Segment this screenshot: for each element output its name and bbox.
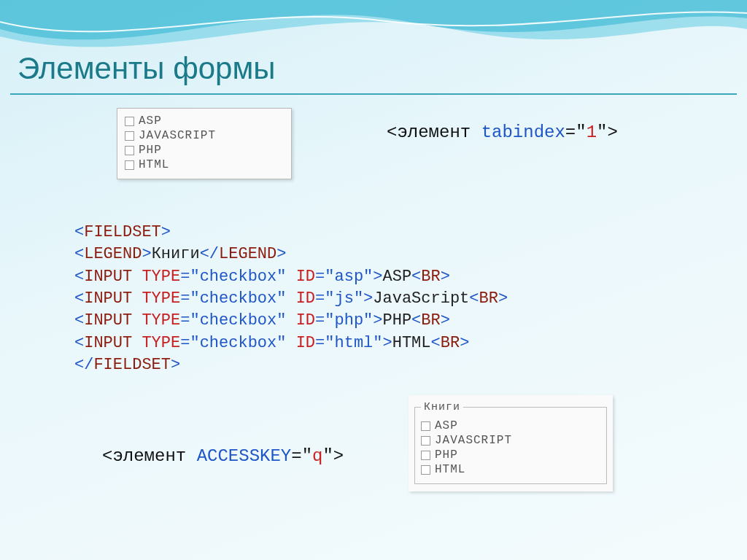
code-punct: =" xyxy=(180,334,199,352)
code-line: <INPUT TYPE="checkbox" ID="html">HTML<BR… xyxy=(74,332,508,354)
list-item: ASP xyxy=(421,419,600,432)
list-item-label: HTML xyxy=(139,158,169,171)
code-value: php xyxy=(334,311,363,330)
code-text: =" xyxy=(565,122,587,142)
code-punct: " xyxy=(276,311,295,330)
code-tag: INPUT xyxy=(84,289,132,308)
code-punct: "> xyxy=(363,268,382,286)
code-text: <элемент xyxy=(102,446,197,466)
code-tag: BR xyxy=(441,334,460,352)
fieldset-legend: Книги xyxy=(421,401,463,413)
code-punct: " xyxy=(276,289,295,308)
code-text: <элемент xyxy=(387,122,481,142)
code-text: "> xyxy=(597,122,618,142)
code-punct: =" xyxy=(315,311,334,330)
code-punct: " xyxy=(276,334,295,352)
code-punct: > xyxy=(441,268,450,286)
code-line: <INPUT TYPE="checkbox" ID="asp">ASP<BR> xyxy=(74,266,508,288)
list-item-label: ASP xyxy=(435,419,458,432)
list-item: JAVASCRIPT xyxy=(421,434,600,447)
list-item-label: HTML xyxy=(435,463,465,476)
code-punct: < xyxy=(469,289,479,308)
code-punct: < xyxy=(74,223,84,241)
code-punct: </ xyxy=(200,245,219,263)
code-value: checkbox xyxy=(200,334,277,352)
slide: Элементы формы ASP JAVASCRIPT PHP HTML <… xyxy=(0,0,747,560)
code-attr: ACCESSKEY xyxy=(197,446,292,466)
code-punct: =" xyxy=(315,334,334,352)
list-item-label: PHP xyxy=(139,144,162,157)
code-punct: < xyxy=(74,334,84,352)
code-tag: FIELDSET xyxy=(84,223,161,241)
code-punct: > xyxy=(276,245,286,263)
code-attr: tabindex xyxy=(481,122,565,142)
code-punct: > xyxy=(441,311,450,330)
code-punct: "> xyxy=(373,334,392,352)
code-tag: BR xyxy=(479,289,498,308)
code-value: checkbox xyxy=(200,311,277,330)
code-punct: > xyxy=(498,289,508,308)
code-tag: INPUT xyxy=(84,268,132,286)
code-text: PHP xyxy=(383,311,412,330)
code-punct: < xyxy=(74,289,84,308)
code-punct: > xyxy=(460,334,469,352)
title-underline xyxy=(10,93,737,95)
code-punct: =" xyxy=(315,268,334,286)
fieldset-code-block: <FIELDSET> <LEGEND>Книги</LEGEND> <INPUT… xyxy=(74,222,508,377)
code-value: checkbox xyxy=(200,289,277,308)
code-space xyxy=(132,311,142,330)
list-item-label: JAVASCRIPT xyxy=(139,129,216,142)
code-tag: LEGEND xyxy=(219,245,276,263)
checkbox-icon xyxy=(125,160,134,170)
code-attr: ID xyxy=(296,311,315,330)
list-item-label: JAVASCRIPT xyxy=(435,434,512,447)
checkbox-list-box: ASP JAVASCRIPT PHP HTML xyxy=(117,108,292,179)
code-punct: "> xyxy=(354,289,373,308)
code-punct: < xyxy=(74,311,84,330)
fieldset: Книги ASP JAVASCRIPT PHP HTML xyxy=(414,401,607,484)
code-value: js xyxy=(334,289,353,308)
code-line: <LEGEND>Книги</LEGEND> xyxy=(74,244,508,265)
list-item-label: ASP xyxy=(139,114,162,128)
code-tag: LEGEND xyxy=(84,245,142,263)
checkbox-icon xyxy=(421,465,430,475)
list-item: JAVASCRIPT xyxy=(125,129,284,142)
code-value: asp xyxy=(334,268,363,286)
code-tag: BR xyxy=(421,268,440,286)
checkbox-icon xyxy=(125,146,134,155)
checkbox-icon xyxy=(421,436,430,446)
code-space xyxy=(132,334,142,352)
code-punct: =" xyxy=(315,289,334,308)
code-punct: > xyxy=(171,356,180,374)
code-line: <INPUT TYPE="checkbox" ID="js">JavaScrip… xyxy=(74,288,508,310)
code-space xyxy=(132,289,142,308)
code-text: JavaScript xyxy=(373,289,469,308)
code-tag: BR xyxy=(421,311,440,330)
code-text: "> xyxy=(322,446,344,466)
code-punct: < xyxy=(74,268,84,286)
code-attr: TYPE xyxy=(142,334,180,352)
code-punct: < xyxy=(431,334,441,352)
code-value: 1 xyxy=(587,122,597,142)
code-punct: =" xyxy=(180,311,199,330)
fieldset-render-box: Книги ASP JAVASCRIPT PHP HTML xyxy=(409,395,613,491)
tabindex-code: <элемент tabindex="1"> xyxy=(387,122,618,142)
list-item: PHP xyxy=(125,144,284,157)
code-punct: "> xyxy=(363,311,382,330)
code-text: =" xyxy=(291,446,312,466)
code-punct: =" xyxy=(180,289,199,308)
code-attr: ID xyxy=(296,268,315,286)
code-attr: ID xyxy=(296,289,315,308)
code-punct: </ xyxy=(74,356,93,374)
code-punct: =" xyxy=(180,268,199,286)
code-line: </FIELDSET> xyxy=(74,354,508,376)
code-attr: ID xyxy=(296,334,315,352)
code-text: ASP xyxy=(383,268,412,286)
code-punct: " xyxy=(276,268,295,286)
slide-title: Элементы формы xyxy=(18,51,276,86)
code-punct: > xyxy=(142,245,151,263)
checkbox-icon xyxy=(125,117,134,126)
code-line: <INPUT TYPE="checkbox" ID="php">PHP<BR> xyxy=(74,310,508,332)
checkbox-icon xyxy=(125,131,134,141)
code-attr: TYPE xyxy=(142,268,180,286)
